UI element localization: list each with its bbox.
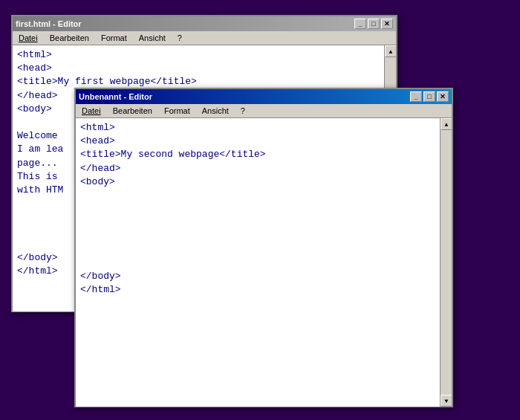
code-line	[80, 243, 437, 256]
code-line: </body>	[80, 270, 437, 283]
scrollbar-v-w2[interactable]: ▲ ▼	[440, 118, 452, 407]
title-bar-window2[interactable]: Unbenannt - Editor _ □ ✕	[76, 89, 452, 104]
code-line	[80, 189, 437, 202]
menu-format-w1[interactable]: Format	[98, 33, 130, 43]
code-line: </head>	[80, 162, 437, 175]
menu-help-w1[interactable]: ?	[175, 33, 185, 43]
menu-datei-w2[interactable]: Datei	[79, 106, 104, 116]
scroll-track-w2[interactable]	[441, 130, 452, 395]
minimize-button-w2[interactable]: _	[410, 91, 422, 102]
code-line	[80, 256, 437, 270]
window1-buttons: _ □ ✕	[354, 19, 393, 29]
window2-buttons: _ □ ✕	[410, 91, 449, 102]
title-window2: Unbenannt - Editor	[79, 92, 152, 101]
menu-bearbeiten-w1[interactable]: Bearbeiten	[47, 33, 92, 43]
editor-content-w2[interactable]: <html> <head> <title>My second webpage</…	[76, 118, 452, 407]
menu-bearbeiten-w2[interactable]: Bearbeiten	[110, 106, 155, 116]
window1-title-text: first.html - Editor	[16, 19, 82, 28]
code-line	[80, 202, 437, 216]
scroll-down-w2[interactable]: ▼	[441, 395, 452, 407]
code-line: <title>My first webpage</title>	[17, 75, 381, 88]
code-line: <html>	[80, 121, 437, 135]
menu-bar-window1: Datei Bearbeiten Format Ansicht ?	[13, 31, 396, 45]
title-window1: first.html - Editor	[16, 19, 82, 28]
code-line: <body>	[80, 175, 437, 189]
window-unbenannt[interactable]: Unbenannt - Editor _ □ ✕ Datei Bearbeite…	[74, 88, 453, 407]
maximize-button-w1[interactable]: □	[368, 19, 380, 29]
window2-title-text: Unbenannt - Editor	[79, 92, 152, 101]
editor-wrapper-w2: <html> <head> <title>My second webpage</…	[76, 118, 452, 407]
code-line	[80, 216, 437, 229]
close-button-w2[interactable]: ✕	[437, 91, 449, 102]
code-line	[80, 230, 437, 243]
code-line: <html>	[17, 48, 381, 62]
menu-datei-w1[interactable]: Datei	[16, 33, 41, 43]
menu-bar-window2: Datei Bearbeiten Format Ansicht ?	[76, 104, 452, 118]
menu-ansicht-w1[interactable]: Ansicht	[136, 33, 169, 43]
code-line: <head>	[80, 135, 437, 148]
menu-help-w2[interactable]: ?	[238, 106, 248, 116]
code-line: <title>My second webpage</title>	[80, 148, 437, 161]
close-button-w1[interactable]: ✕	[381, 19, 393, 29]
title-bar-window1[interactable]: first.html - Editor _ □ ✕	[13, 16, 396, 31]
minimize-button-w1[interactable]: _	[354, 19, 366, 29]
scroll-up-w2[interactable]: ▲	[441, 118, 452, 130]
menu-format-w2[interactable]: Format	[161, 106, 193, 116]
menu-ansicht-w2[interactable]: Ansicht	[199, 106, 232, 116]
scroll-up-w1[interactable]: ▲	[385, 45, 396, 57]
code-line: <head>	[17, 62, 381, 75]
maximize-button-w2[interactable]: □	[423, 91, 435, 102]
code-line: </html>	[80, 283, 437, 297]
